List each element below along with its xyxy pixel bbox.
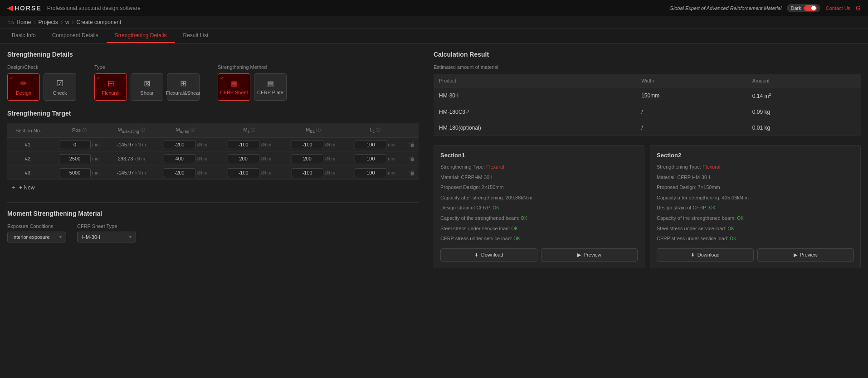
- table-row: #3. mm -145.97 kN·m kN·m: [7, 166, 419, 180]
- pos-info-icon[interactable]: ⓘ: [82, 128, 87, 133]
- ms-info-icon[interactable]: ⓘ: [251, 127, 255, 132]
- table-row: #2. mm 293.73 kN·m kN·m: [7, 152, 419, 166]
- row1-ms-input[interactable]: [228, 140, 259, 149]
- mu-req-info-icon[interactable]: ⓘ: [190, 127, 195, 132]
- row3-lc-input[interactable]: [355, 168, 386, 177]
- row1-lc-input[interactable]: [355, 140, 386, 149]
- section1-cap-beam-label: Capacity of the strengthened beam:: [440, 215, 519, 221]
- section1-capacity-beam: Capacity of the strengthened beam: OK: [440, 214, 638, 223]
- section1-strain: Design strain of CFRP: OK: [440, 204, 638, 212]
- type-group: Type ✓ ⊟ Flexural ⊠ Shear ⊞ Flexural&She…: [94, 64, 200, 101]
- col-pos: Pos ⓘ: [49, 123, 109, 138]
- row2-mu-existing-cell: 293.73 kN·m: [109, 152, 154, 166]
- download-icon-1: ⬇: [474, 252, 478, 258]
- preview-icon-2: ▶: [794, 252, 797, 258]
- row1-mu-req-input[interactable]: [164, 140, 195, 149]
- shear-btn-label: Shear: [140, 90, 153, 96]
- row1-mbl-unit: kN·m: [325, 142, 335, 147]
- row2-lc-unit: mm: [388, 156, 395, 161]
- design-pencil-icon: ✏: [20, 78, 27, 88]
- add-new-btn[interactable]: ＋ + New: [7, 180, 38, 195]
- divider: [7, 202, 419, 203]
- row1-mbl-input[interactable]: [292, 140, 323, 149]
- shear-btn[interactable]: ⊠ Shear: [131, 73, 163, 101]
- row2-pos-cell: mm: [49, 152, 109, 166]
- exposure-select[interactable]: Interior exposure Exterior exposure: [7, 232, 66, 242]
- row3-delete-btn[interactable]: 🗑: [409, 169, 415, 176]
- row2-pos-input[interactable]: [59, 154, 91, 163]
- cfrp-sheet-label: CFRP Sheet: [220, 90, 248, 95]
- cfrp-sheet-btn[interactable]: ✓ ▦ CFRP Sheet: [218, 73, 250, 101]
- breadcrumb-home[interactable]: Home: [17, 19, 31, 25]
- section2-preview-btn[interactable]: ▶ Preview: [757, 248, 854, 262]
- width-3: /: [636, 120, 747, 136]
- row2-mbl-input[interactable]: [292, 154, 323, 163]
- sheet-type-select[interactable]: HM-30-I HM-40-I: [77, 232, 136, 242]
- section2-download-label: Download: [697, 252, 720, 257]
- section1-material-label: Material:: [440, 174, 459, 180]
- breadcrumb-create[interactable]: Create component: [77, 19, 122, 25]
- amount-3: 0.01 kg: [747, 120, 861, 136]
- method-label: Strengthening Method: [218, 64, 287, 70]
- row2-delete-btn[interactable]: 🗑: [409, 155, 415, 162]
- section2-steel-label: Steel stress under service load:: [657, 226, 726, 231]
- strengthening-target-section: Strengthening Target Section No. Pos ⓘ M…: [7, 110, 419, 195]
- col-mbl: MBL ⓘ: [281, 123, 345, 138]
- design-check-group: Design/Check ✓ ✏ Design ☑ Check: [7, 64, 76, 101]
- row1-pos-input[interactable]: [59, 140, 91, 149]
- row3-mu-req-input[interactable]: [164, 168, 195, 177]
- section2-capacity-value: 405.06kN·m: [722, 195, 749, 200]
- row3-pos-input[interactable]: [59, 168, 91, 177]
- mbl-info-icon[interactable]: ⓘ: [316, 127, 321, 132]
- section2-strain-status: OK: [709, 205, 716, 210]
- right-panel: Calculation Result Estimated amount of m…: [426, 44, 868, 373]
- mu-existing-info-icon[interactable]: ⓘ: [141, 127, 145, 132]
- row3-ms-input[interactable]: [228, 168, 259, 177]
- row1-pos-cell: mm: [49, 138, 109, 152]
- section2-material-label: Material:: [657, 174, 676, 180]
- row2-pos-unit: mm: [92, 156, 100, 161]
- row2-ms-cell: kN·m: [217, 152, 281, 166]
- lc-info-icon[interactable]: ⓘ: [376, 127, 380, 132]
- flexural-shear-btn[interactable]: ⊞ Flexural&Shear: [167, 73, 200, 101]
- row3-lc-cell: mm: [345, 166, 405, 180]
- cfrp-plate-btn[interactable]: ▤ CFRP Plate: [254, 73, 287, 101]
- row1-no: #1.: [7, 138, 49, 152]
- breadcrumb-w[interactable]: w: [65, 19, 69, 25]
- section1-type-label: Strengthening Type:: [440, 164, 485, 170]
- row2-mu-existing-val: 293.73: [118, 156, 133, 161]
- section1-cfrp-status: OK: [513, 236, 520, 241]
- row2-mu-existing-unit: kN·m: [134, 156, 145, 161]
- section2-download-btn[interactable]: ⬇ Download: [657, 248, 754, 262]
- contact-link[interactable]: Contact Us: [826, 5, 850, 11]
- type-buttons: ✓ ⊟ Flexural ⊠ Shear ⊞ Flexural&Shear: [94, 73, 200, 101]
- check-btn[interactable]: ☑ Check: [44, 73, 76, 101]
- row1-delete-btn[interactable]: 🗑: [409, 141, 415, 148]
- section1-steel-status: OK: [512, 226, 518, 231]
- breadcrumb-projects[interactable]: Projects: [39, 19, 58, 25]
- tab-result-list[interactable]: Result List: [175, 29, 217, 43]
- row1-ms-unit: kN·m: [261, 142, 271, 147]
- material-subtitle: Estimated amount of material: [434, 64, 861, 70]
- section1-cfrp: CFRP stress under service load: OK: [440, 235, 638, 243]
- row2-mu-req-input[interactable]: [164, 154, 195, 163]
- row3-mbl-input[interactable]: [292, 168, 323, 177]
- section2-card: Section2 Strengthening Type: Flexural Ma…: [650, 145, 861, 268]
- material-amount-table: Product Width Amount HM-30-I 150mm 0.14 …: [434, 74, 861, 136]
- main-content: Strengthening Details Design/Check ✓ ✏ D…: [0, 44, 868, 373]
- design-type-method-row: Design/Check ✓ ✏ Design ☑ Check Type: [7, 64, 419, 101]
- exposure-select-wrapper: Interior exposure Exterior exposure: [7, 232, 66, 242]
- row2-lc-input[interactable]: [355, 154, 386, 163]
- tab-strengthening-details[interactable]: Strengthening Details: [107, 29, 175, 43]
- row1-lc-unit: mm: [388, 142, 395, 147]
- section1-download-btn[interactable]: ⬇ Download: [440, 248, 537, 262]
- tab-basic-info[interactable]: Basic Info: [4, 29, 44, 43]
- flexural-btn[interactable]: ✓ ⊟ Flexural: [94, 73, 127, 101]
- design-btn[interactable]: ✓ ✏ Design: [7, 73, 40, 101]
- tab-component-details[interactable]: Component Details: [44, 29, 107, 43]
- type-label: Type: [94, 64, 200, 70]
- dark-mode-toggle[interactable]: Dark: [787, 4, 820, 12]
- user-icon[interactable]: G: [856, 5, 861, 12]
- row2-ms-input[interactable]: [228, 154, 259, 163]
- section1-preview-btn[interactable]: ▶ Preview: [541, 248, 638, 262]
